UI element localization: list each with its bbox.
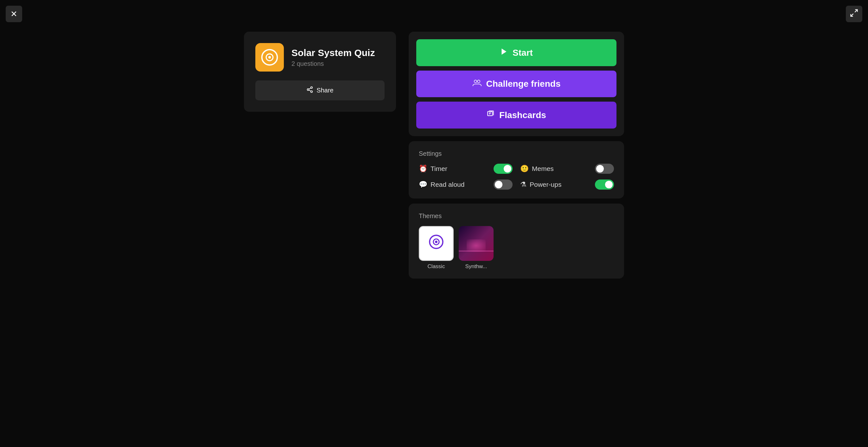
svg-point-4: [268, 56, 271, 59]
power-ups-icon: ⚗: [520, 181, 527, 189]
flashcards-button[interactable]: Flashcards: [416, 102, 617, 129]
svg-line-0: [855, 10, 857, 12]
power-ups-toggle-knob: [605, 181, 613, 188]
share-label: Share: [316, 87, 333, 94]
power-ups-text: Power-ups: [530, 181, 561, 188]
synthwave-glow: [467, 239, 486, 252]
memes-label: 🙂 Memes: [520, 165, 554, 173]
start-icon: [500, 47, 508, 58]
svg-line-9: [309, 88, 311, 89]
close-button[interactable]: ✕: [6, 6, 22, 22]
setting-row-read-aloud: 💬 Read aloud: [419, 180, 513, 190]
read-aloud-text: Read aloud: [431, 181, 464, 188]
setting-row-timer: ⏰ Timer: [419, 164, 513, 174]
timer-toggle-knob: [504, 165, 511, 172]
share-button[interactable]: Share: [255, 81, 384, 100]
svg-line-8: [309, 90, 311, 91]
settings-grid: ⏰ Timer 🙂 Memes: [419, 164, 614, 190]
settings-panel: Settings ⏰ Timer 🙂 Memes: [409, 141, 624, 198]
read-aloud-toggle-knob: [495, 181, 502, 188]
main-content: Solar System Quiz 2 questions Share: [244, 32, 624, 279]
memes-toggle-knob: [596, 165, 604, 172]
svg-marker-10: [502, 49, 506, 55]
svg-line-1: [851, 13, 854, 16]
svg-point-6: [307, 89, 309, 91]
memes-text: Memes: [532, 165, 554, 172]
timer-toggle[interactable]: [494, 164, 513, 174]
theme-synthwave-label: Synthw...: [465, 263, 487, 270]
right-panel: Start Challenge friends: [409, 32, 624, 279]
timer-text: Timer: [431, 165, 447, 172]
action-buttons-panel: Start Challenge friends: [409, 32, 624, 136]
challenge-icon: [472, 79, 482, 89]
setting-row-power-ups: ⚗ Power-ups: [520, 180, 614, 190]
quiz-title: Solar System Quiz: [291, 47, 375, 58]
svg-point-11: [474, 80, 476, 83]
quiz-subtitle: 2 questions: [291, 60, 375, 67]
svg-point-5: [311, 87, 313, 89]
read-aloud-label: 💬 Read aloud: [419, 181, 464, 189]
quiz-icon: [255, 43, 284, 71]
setting-row-memes: 🙂 Memes: [520, 164, 614, 174]
read-aloud-toggle[interactable]: [494, 180, 513, 190]
theme-synthwave-thumbnail: [459, 226, 494, 261]
power-ups-label: ⚗ Power-ups: [520, 181, 561, 189]
flashcards-label: Flashcards: [499, 110, 546, 120]
challenge-label: Challenge friends: [486, 79, 561, 89]
svg-point-12: [477, 80, 479, 83]
svg-point-7: [311, 91, 313, 93]
close-icon: ✕: [10, 9, 18, 19]
theme-classic-icon: [428, 234, 444, 253]
challenge-friends-button[interactable]: Challenge friends: [416, 71, 617, 97]
fullscreen-button[interactable]: [846, 6, 862, 22]
timer-icon: ⏰: [419, 165, 427, 173]
start-button[interactable]: Start: [416, 39, 617, 66]
themes-grid: Classic Synthw...: [419, 226, 614, 270]
quiz-card: Solar System Quiz 2 questions Share: [244, 32, 396, 112]
memes-icon: 🙂: [520, 165, 529, 173]
quiz-header: Solar System Quiz 2 questions: [255, 43, 384, 71]
theme-synthwave[interactable]: Synthw...: [459, 226, 494, 270]
theme-classic-thumbnail: [419, 226, 454, 261]
svg-rect-13: [488, 111, 492, 116]
svg-point-18: [435, 241, 437, 243]
synthwave-line: [459, 251, 494, 251]
quiz-info: Solar System Quiz 2 questions: [291, 47, 375, 67]
theme-classic[interactable]: Classic: [419, 226, 454, 270]
fullscreen-icon: [849, 8, 859, 19]
share-icon: [306, 86, 313, 95]
power-ups-toggle[interactable]: [595, 180, 614, 190]
themes-panel: Themes Classic: [409, 203, 624, 279]
read-aloud-icon: 💬: [419, 181, 427, 189]
start-label: Start: [513, 48, 533, 58]
theme-classic-label: Classic: [428, 263, 445, 270]
flashcards-icon: [487, 110, 495, 120]
timer-label: ⏰ Timer: [419, 165, 447, 173]
themes-title: Themes: [419, 213, 614, 220]
settings-title: Settings: [419, 150, 614, 157]
memes-toggle[interactable]: [595, 164, 614, 174]
